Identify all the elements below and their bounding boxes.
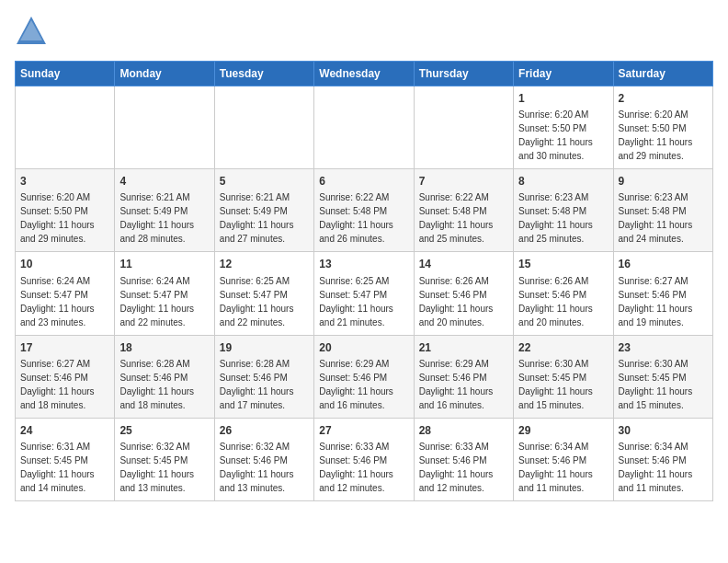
day-info: Sunrise: 6:25 AM Sunset: 5:47 PM Dayligh… (319, 276, 393, 327)
day-info: Sunrise: 6:23 AM Sunset: 5:48 PM Dayligh… (619, 192, 693, 244)
day-cell: 2Sunrise: 6:20 AM Sunset: 5:50 PM Daylig… (613, 86, 712, 169)
day-info: Sunrise: 6:24 AM Sunset: 5:47 PM Dayligh… (119, 276, 194, 327)
day-info: Sunrise: 6:24 AM Sunset: 5:47 PM Dayligh… (20, 276, 95, 327)
header-cell-wednesday: Wednesday (314, 62, 414, 86)
week-row-3: 17Sunrise: 6:27 AM Sunset: 5:46 PM Dayli… (16, 335, 713, 418)
week-row-1: 3Sunrise: 6:20 AM Sunset: 5:50 PM Daylig… (16, 169, 713, 252)
day-info: Sunrise: 6:27 AM Sunset: 5:46 PM Dayligh… (619, 276, 693, 327)
header-cell-thursday: Thursday (414, 62, 513, 86)
day-number: 12 (220, 257, 309, 271)
day-number: 13 (319, 257, 408, 271)
day-number: 23 (619, 340, 708, 355)
day-number: 8 (518, 174, 608, 189)
day-cell: 22Sunrise: 6:30 AM Sunset: 5:45 PM Dayli… (514, 335, 613, 418)
day-cell (214, 86, 313, 169)
day-number: 29 (518, 423, 608, 438)
day-info: Sunrise: 6:22 AM Sunset: 5:48 PM Dayligh… (419, 192, 494, 244)
day-cell (314, 86, 414, 169)
week-row-4: 24Sunrise: 6:31 AM Sunset: 5:45 PM Dayli… (16, 418, 713, 500)
day-cell: 3Sunrise: 6:20 AM Sunset: 5:50 PM Daylig… (16, 169, 115, 252)
day-cell: 23Sunrise: 6:30 AM Sunset: 5:45 PM Dayli… (613, 335, 712, 418)
day-cell: 29Sunrise: 6:34 AM Sunset: 5:46 PM Dayli… (514, 418, 613, 500)
header-cell-friday: Friday (514, 62, 613, 86)
day-cell: 28Sunrise: 6:33 AM Sunset: 5:46 PM Dayli… (414, 418, 513, 500)
day-info: Sunrise: 6:30 AM Sunset: 5:45 PM Dayligh… (518, 359, 593, 410)
day-number: 17 (20, 340, 109, 355)
day-info: Sunrise: 6:34 AM Sunset: 5:46 PM Dayligh… (518, 442, 593, 493)
day-number: 10 (20, 257, 109, 271)
day-cell: 20Sunrise: 6:29 AM Sunset: 5:46 PM Dayli… (314, 335, 414, 418)
header-row: SundayMondayTuesdayWednesdayThursdayFrid… (16, 62, 713, 86)
day-cell: 14Sunrise: 6:26 AM Sunset: 5:46 PM Dayli… (414, 252, 513, 335)
header-cell-monday: Monday (115, 62, 214, 86)
day-cell: 24Sunrise: 6:31 AM Sunset: 5:45 PM Dayli… (16, 418, 115, 500)
day-number: 26 (220, 423, 309, 438)
header (15, 15, 713, 48)
day-info: Sunrise: 6:32 AM Sunset: 5:46 PM Dayligh… (220, 442, 294, 493)
header-cell-sunday: Sunday (16, 62, 115, 86)
day-info: Sunrise: 6:30 AM Sunset: 5:45 PM Dayligh… (619, 359, 693, 410)
day-info: Sunrise: 6:25 AM Sunset: 5:47 PM Dayligh… (220, 276, 294, 327)
day-cell: 17Sunrise: 6:27 AM Sunset: 5:46 PM Dayli… (16, 335, 115, 418)
header-cell-tuesday: Tuesday (214, 62, 313, 86)
day-cell: 1Sunrise: 6:20 AM Sunset: 5:50 PM Daylig… (514, 86, 613, 169)
calendar-body: 1Sunrise: 6:20 AM Sunset: 5:50 PM Daylig… (16, 86, 713, 501)
day-cell: 12Sunrise: 6:25 AM Sunset: 5:47 PM Dayli… (214, 252, 313, 335)
day-number: 9 (619, 174, 708, 189)
day-number: 7 (419, 174, 508, 189)
svg-marker-1 (20, 20, 42, 40)
day-number: 30 (619, 423, 708, 438)
week-row-2: 10Sunrise: 6:24 AM Sunset: 5:47 PM Dayli… (16, 252, 713, 335)
day-cell: 10Sunrise: 6:24 AM Sunset: 5:47 PM Dayli… (16, 252, 115, 335)
day-number: 22 (518, 340, 608, 355)
logo-icon (15, 15, 48, 48)
day-info: Sunrise: 6:22 AM Sunset: 5:48 PM Dayligh… (319, 192, 393, 244)
day-cell: 4Sunrise: 6:21 AM Sunset: 5:49 PM Daylig… (115, 169, 214, 252)
day-cell: 19Sunrise: 6:28 AM Sunset: 5:46 PM Dayli… (214, 335, 313, 418)
day-number: 18 (119, 340, 209, 355)
day-number: 16 (619, 257, 708, 271)
day-number: 28 (419, 423, 508, 438)
day-info: Sunrise: 6:34 AM Sunset: 5:46 PM Dayligh… (619, 442, 693, 493)
day-number: 25 (119, 423, 209, 438)
day-info: Sunrise: 6:28 AM Sunset: 5:46 PM Dayligh… (220, 359, 294, 410)
day-cell (16, 86, 115, 169)
day-cell: 5Sunrise: 6:21 AM Sunset: 5:49 PM Daylig… (214, 169, 313, 252)
calendar-table: SundayMondayTuesdayWednesdayThursdayFrid… (15, 61, 713, 501)
day-cell: 11Sunrise: 6:24 AM Sunset: 5:47 PM Dayli… (115, 252, 214, 335)
day-info: Sunrise: 6:21 AM Sunset: 5:49 PM Dayligh… (119, 192, 194, 244)
day-info: Sunrise: 6:27 AM Sunset: 5:46 PM Dayligh… (20, 359, 95, 410)
day-cell: 7Sunrise: 6:22 AM Sunset: 5:48 PM Daylig… (414, 169, 513, 252)
day-info: Sunrise: 6:21 AM Sunset: 5:49 PM Dayligh… (220, 192, 294, 244)
day-cell: 8Sunrise: 6:23 AM Sunset: 5:48 PM Daylig… (514, 169, 613, 252)
day-number: 21 (419, 340, 508, 355)
day-cell: 26Sunrise: 6:32 AM Sunset: 5:46 PM Dayli… (214, 418, 313, 500)
day-info: Sunrise: 6:32 AM Sunset: 5:45 PM Dayligh… (119, 442, 194, 493)
day-cell (414, 86, 513, 169)
header-cell-saturday: Saturday (613, 62, 712, 86)
day-cell: 9Sunrise: 6:23 AM Sunset: 5:48 PM Daylig… (613, 169, 712, 252)
day-info: Sunrise: 6:29 AM Sunset: 5:46 PM Dayligh… (319, 359, 393, 410)
day-cell (115, 86, 214, 169)
day-number: 14 (419, 257, 508, 271)
day-number: 11 (119, 257, 209, 271)
day-number: 19 (220, 340, 309, 355)
day-number: 4 (119, 174, 209, 189)
calendar-header: SundayMondayTuesdayWednesdayThursdayFrid… (16, 62, 713, 86)
day-info: Sunrise: 6:26 AM Sunset: 5:46 PM Dayligh… (419, 276, 494, 327)
day-cell: 21Sunrise: 6:29 AM Sunset: 5:46 PM Dayli… (414, 335, 513, 418)
day-info: Sunrise: 6:33 AM Sunset: 5:46 PM Dayligh… (419, 442, 494, 493)
day-number: 27 (319, 423, 408, 438)
day-number: 15 (518, 257, 608, 271)
day-info: Sunrise: 6:26 AM Sunset: 5:46 PM Dayligh… (518, 276, 593, 327)
day-number: 1 (518, 91, 608, 106)
day-info: Sunrise: 6:20 AM Sunset: 5:50 PM Dayligh… (619, 109, 693, 161)
page: SundayMondayTuesdayWednesdayThursdayFrid… (0, 0, 728, 511)
day-cell: 25Sunrise: 6:32 AM Sunset: 5:45 PM Dayli… (115, 418, 214, 500)
day-info: Sunrise: 6:20 AM Sunset: 5:50 PM Dayligh… (20, 192, 95, 244)
logo (15, 15, 51, 48)
day-number: 24 (20, 423, 109, 438)
day-number: 5 (220, 174, 309, 189)
day-info: Sunrise: 6:23 AM Sunset: 5:48 PM Dayligh… (518, 192, 593, 244)
day-cell: 15Sunrise: 6:26 AM Sunset: 5:46 PM Dayli… (514, 252, 613, 335)
